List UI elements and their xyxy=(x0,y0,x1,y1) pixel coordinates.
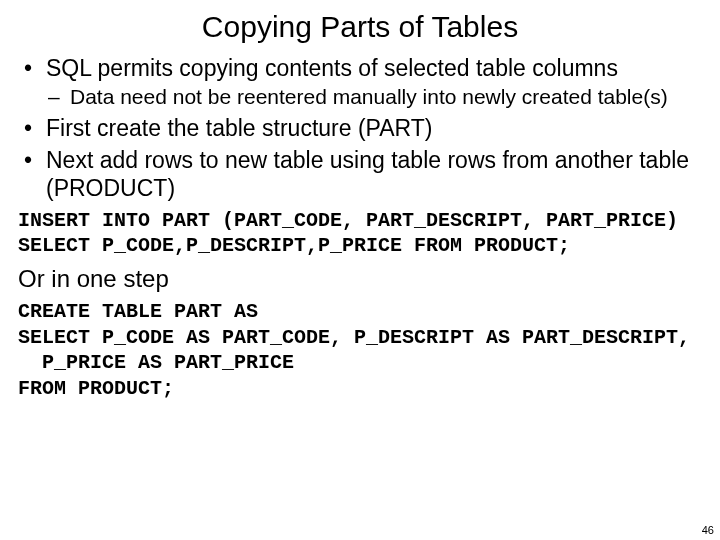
bullet-text: Next add rows to new table using table r… xyxy=(46,147,689,201)
sub-bullet-list: Data need not be reentered manually into… xyxy=(46,84,702,110)
sql-code-block-1: INSERT INTO PART (PART_CODE, PART_DESCRI… xyxy=(18,208,702,259)
bullet-text: SQL permits copying contents of selected… xyxy=(46,55,618,81)
page-number: 46 xyxy=(702,524,714,536)
sql-code-block-2: CREATE TABLE PART AS SELECT P_CODE AS PA… xyxy=(18,299,702,401)
bullet-text: First create the table structure (PART) xyxy=(46,115,432,141)
bullet-list: SQL permits copying contents of selected… xyxy=(18,54,702,202)
sub-bullet-item: Data need not be reentered manually into… xyxy=(46,84,702,110)
slide: Copying Parts of Tables SQL permits copy… xyxy=(0,0,720,540)
bullet-item: SQL permits copying contents of selected… xyxy=(18,54,702,110)
bullet-item: Next add rows to new table using table r… xyxy=(18,146,702,202)
sub-bullet-text: Data need not be reentered manually into… xyxy=(70,85,668,108)
bullet-item: First create the table structure (PART) xyxy=(18,114,702,142)
or-in-one-step-text: Or in one step xyxy=(18,265,702,293)
slide-title: Copying Parts of Tables xyxy=(18,10,702,44)
